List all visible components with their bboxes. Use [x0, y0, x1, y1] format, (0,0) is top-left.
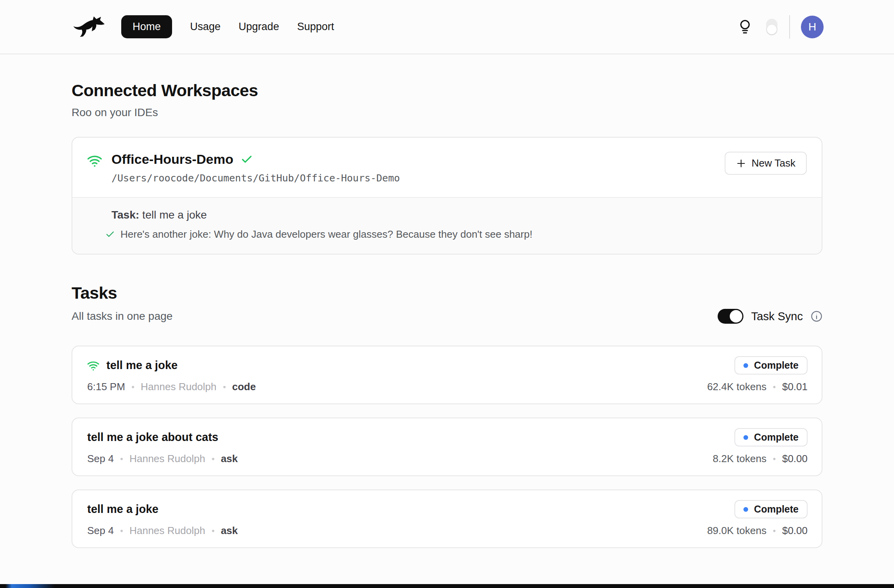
task-title: tell me a joke about cats [87, 431, 218, 444]
task-result-text: Here's another joke: Why do Java develop… [120, 228, 532, 240]
top-nav-bar: Home Usage Upgrade Support H [0, 0, 894, 54]
task-row[interactable]: tell me a joke Complete Sep 4 Hannes Rud… [72, 489, 822, 548]
tasks-title: Tasks [72, 283, 822, 303]
status-label: Complete [754, 432, 799, 443]
nav-support[interactable]: Support [297, 21, 334, 33]
new-task-button[interactable]: New Task [725, 152, 807, 175]
task-sync-toggle-knob [730, 310, 742, 323]
background-window-edge [0, 584, 894, 588]
task-mode: code [232, 381, 256, 393]
task-tokens: 62.4K tokens [707, 381, 767, 393]
separator-dot [120, 530, 123, 532]
status-badge: Complete [734, 356, 808, 375]
task-label: Task: [111, 209, 139, 221]
theme-mode-toggle[interactable] [766, 19, 777, 35]
task-author: Hannes Rudolph [129, 525, 205, 537]
task-sync-control: Task Sync [718, 309, 822, 324]
plus-icon [736, 158, 746, 169]
status-label: Complete [754, 504, 799, 515]
task-mode: ask [221, 453, 238, 465]
task-author: Hannes Rudolph [141, 381, 217, 393]
theme-toggle-knob [767, 25, 777, 34]
status-badge: Complete [734, 500, 808, 518]
task-text: tell me a joke [142, 209, 207, 221]
theme-lightbulb-button[interactable] [738, 19, 752, 35]
separator-dot [120, 458, 123, 460]
status-badge: Complete [734, 428, 808, 446]
lightbulb-icon [738, 19, 752, 35]
separator-dot [773, 386, 776, 388]
task-cost: $0.00 [782, 525, 808, 537]
status-dot-icon [743, 435, 748, 440]
nav-upgrade[interactable]: Upgrade [239, 21, 279, 33]
task-title: tell me a joke [87, 503, 158, 516]
task-cost: $0.01 [782, 381, 808, 393]
separator-dot [773, 458, 776, 460]
info-icon[interactable] [811, 310, 822, 322]
status-dot-icon [743, 363, 748, 368]
task-mode: ask [221, 525, 238, 537]
new-task-label: New Task [752, 157, 795, 169]
separator-dot [212, 458, 214, 460]
nav-usage[interactable]: Usage [190, 21, 221, 33]
workspace-latest-task[interactable]: Task: tell me a joke Here's another joke… [72, 197, 822, 254]
separator-dot [773, 530, 776, 532]
workspace-verified-check-icon [241, 153, 253, 166]
connected-workspaces-subtitle: Roo on your IDEs [72, 106, 822, 119]
status-dot-icon [743, 507, 748, 512]
task-tokens: 89.0K tokens [707, 525, 767, 537]
separator-dot [132, 386, 134, 388]
separator-dot [223, 386, 226, 388]
task-connected-wifi-icon [87, 360, 99, 371]
task-cost: $0.00 [782, 453, 808, 465]
task-time: Sep 4 [87, 525, 114, 537]
main-nav: Home Usage Upgrade Support [121, 15, 334, 38]
user-avatar[interactable]: H [801, 16, 824, 38]
main-content: Connected Workspaces Roo on your IDEs Of… [0, 81, 894, 572]
separator-dot [212, 530, 214, 532]
header-actions: H [738, 15, 824, 39]
result-check-icon [105, 229, 115, 239]
workspace-card: Office-Hours-Demo /Users/roocode/Documen… [72, 137, 822, 255]
status-label: Complete [754, 360, 799, 371]
nav-home[interactable]: Home [121, 15, 172, 38]
task-time: 6:15 PM [87, 381, 125, 393]
tasks-subtitle: All tasks in one page [72, 310, 172, 323]
task-row[interactable]: tell me a joke Complete 6:15 PM Hannes R… [72, 346, 822, 404]
task-tokens: 8.2K tokens [713, 453, 767, 465]
task-sync-label: Task Sync [751, 310, 803, 323]
task-sync-toggle[interactable] [718, 309, 743, 324]
task-title: tell me a joke [106, 359, 178, 372]
workspace-name: Office-Hours-Demo [111, 152, 233, 167]
task-list: tell me a joke Complete 6:15 PM Hannes R… [72, 346, 822, 572]
header-divider [789, 15, 790, 39]
roo-kangaroo-logo[interactable] [73, 16, 106, 38]
task-row[interactable]: tell me a joke about cats Complete Sep 4… [72, 418, 822, 476]
task-author: Hannes Rudolph [129, 453, 205, 465]
connected-workspaces-title: Connected Workspaces [72, 81, 822, 100]
workspace-path: /Users/roocode/Documents/GitHub/Office-H… [111, 172, 400, 184]
workspace-connected-wifi-icon [87, 154, 102, 167]
task-time: Sep 4 [87, 453, 114, 465]
